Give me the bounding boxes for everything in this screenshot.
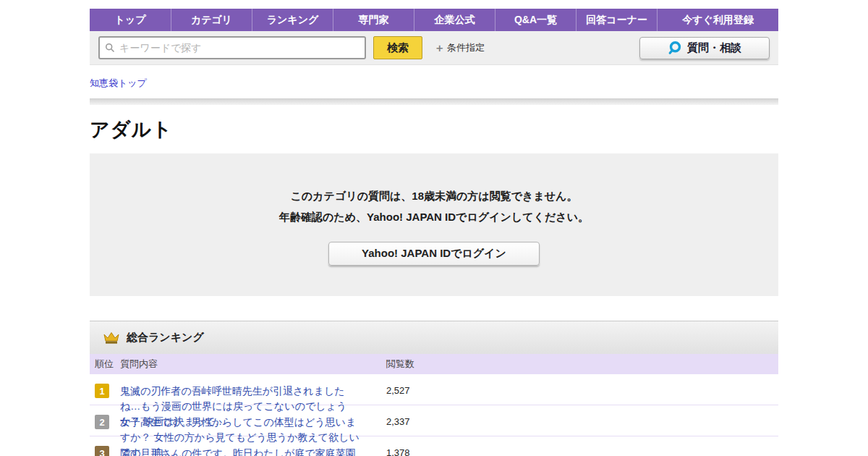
nav-item-answer-corner[interactable]: 回答コーナー [576,9,657,31]
search-bar: 検索 ＋ 条件指定 質問・相談 [90,31,778,65]
login-button[interactable]: Yahoo! JAPAN IDでログイン [328,242,540,266]
nav-item-qa-list[interactable]: Q&A一覧 [495,9,576,31]
nav-item-register[interactable]: 今すぐ利用登録 [657,9,778,31]
chiebukuro-q-icon [668,41,682,55]
rank-badge-2: 2 [95,415,109,429]
nav-item-top[interactable]: トップ [90,9,171,31]
section-divider [90,98,778,105]
ranking-table-header: 順位 質問内容 閲覧数 [90,354,778,374]
notice-line1: このカテゴリの質問は、18歳未満の方は閲覧できません。 [90,190,778,203]
rank-badge-1: 1 [95,384,109,398]
advanced-search-label: 条件指定 [447,41,485,54]
search-button[interactable]: 検索 [373,36,422,59]
ranking-section: 総合ランキング 順位 質問内容 閲覧数 1 鬼滅の刃作者の吾峠呼世晴先生が引退さ… [90,321,778,456]
column-header-question: 質問内容 [120,358,386,371]
nav-item-ranking[interactable]: ランキング [252,9,333,31]
page: トップ カテゴリ ランキング 専門家 企業公式 Q&A一覧 回答コーナー 今すぐ… [90,9,778,456]
search-icon [105,43,115,53]
age-restriction-notice: このカテゴリの質問は、18歳未満の方は閲覧できません。 年齢確認のため、Yaho… [90,153,778,296]
nav-item-experts[interactable]: 専門家 [333,9,414,31]
view-count: 2,337 [386,415,778,427]
ask-question-label: 質問・相談 [687,41,741,55]
notice-line2: 年齢確認のため、Yahoo! JAPAN IDでログインしてください。 [90,211,778,224]
advanced-search-link[interactable]: ＋ 条件指定 [434,41,485,55]
breadcrumb: 知恵袋トップ [90,65,778,98]
view-count: 1,378 [386,446,778,456]
ask-question-button[interactable]: 質問・相談 [639,37,770,59]
top-nav: トップ カテゴリ ランキング 専門家 企業公式 Q&A一覧 回答コーナー 今すぐ… [90,9,778,31]
rank-badge-3: 3 [95,446,109,456]
search-box[interactable] [98,36,366,59]
crown-icon [103,331,120,345]
ranking-title: 総合ランキング [127,331,204,345]
view-count: 2,527 [386,384,778,396]
breadcrumb-home-link[interactable]: 知恵袋トップ [90,77,147,88]
column-header-rank: 順位 [95,358,120,371]
nav-item-category[interactable]: カテゴリ [171,9,252,31]
page-title: アダルト [90,117,778,143]
ranking-header: 総合ランキング [90,321,778,354]
question-link[interactable]: 隣の旦那さんの件です。昨日わたしが庭で家庭菜園 [120,446,363,456]
plus-icon: ＋ [434,41,445,55]
search-input[interactable] [115,42,365,54]
column-header-views: 閲覧数 [386,358,778,371]
nav-item-official[interactable]: 企業公式 [414,9,495,31]
ranking-row: 1 鬼滅の刃作者の吾峠呼世晴先生が引退されましたね…もう漫画の世界には戻ってこな… [90,374,778,405]
